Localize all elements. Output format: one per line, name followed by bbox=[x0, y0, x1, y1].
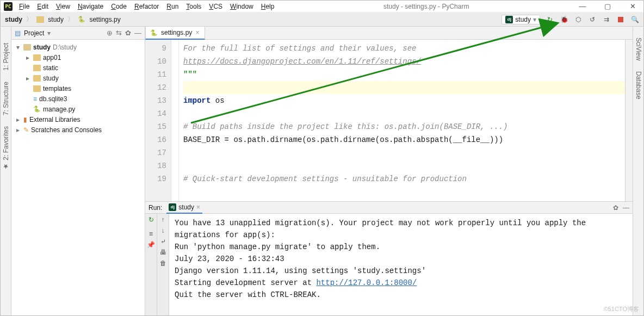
coverage-icon[interactable]: ⬡ bbox=[574, 15, 583, 24]
project-tree[interactable]: ▾ study D:\study▸ app01 static▸ study te… bbox=[11, 40, 145, 315]
tool-project[interactable]: 1: Project bbox=[2, 43, 10, 71]
console-output[interactable]: You have 13 unapplied migration(s). Your… bbox=[169, 214, 633, 315]
menu-edit[interactable]: Edit bbox=[34, 2, 52, 11]
code-line[interactable]: https://docs.djangoproject.com/en/1.11/r… bbox=[183, 55, 625, 68]
maximize-icon[interactable]: ▢ bbox=[600, 2, 615, 10]
line-number-gutter: 910111213141516171819 bbox=[145, 40, 171, 201]
expand-icon[interactable]: ▸ bbox=[24, 75, 31, 82]
code-line[interactable] bbox=[183, 107, 625, 120]
python-file-icon: 🐍 bbox=[33, 106, 41, 113]
expand-icon[interactable]: ▸ bbox=[15, 116, 21, 123]
editor-scrollbar[interactable] bbox=[625, 40, 633, 201]
chevron-down-icon[interactable]: ▾ bbox=[47, 29, 51, 37]
run-panel-header: Run: dj study × ✿ — bbox=[145, 202, 633, 214]
menu-view[interactable]: View bbox=[53, 2, 73, 11]
tool-sciview[interactable]: SciView bbox=[635, 38, 642, 60]
code-line[interactable]: # Build paths inside the project like th… bbox=[183, 120, 625, 133]
tree-label: db.sqlite3 bbox=[39, 95, 67, 103]
breadcrumb[interactable]: 🐍 settings.py bbox=[78, 16, 121, 23]
tool-database[interactable]: Database bbox=[635, 71, 642, 99]
python-file-icon: 🐍 bbox=[78, 16, 85, 23]
breadcrumb[interactable]: study bbox=[5, 16, 22, 23]
project-sidebar: ▤ Project ▾ ⊕ ⇆ ✿ — ▾ study D:\study▸ ap… bbox=[11, 27, 145, 315]
gear-icon[interactable]: ✿ bbox=[125, 29, 131, 37]
toggle-icon[interactable]: ≡ bbox=[149, 230, 153, 238]
menu-vcs[interactable]: VCS bbox=[206, 2, 226, 11]
close-icon[interactable]: ✕ bbox=[625, 2, 640, 10]
code-line[interactable]: For the full list of settings and their … bbox=[183, 42, 625, 55]
tree-label: study bbox=[33, 44, 51, 51]
tree-item[interactable]: ▸▮ External Libraries bbox=[11, 114, 145, 125]
menu-help[interactable]: Help bbox=[258, 2, 278, 11]
pin-icon[interactable]: 📌 bbox=[147, 241, 155, 249]
minimize-icon[interactable]: — bbox=[134, 29, 141, 37]
code-line[interactable]: import os bbox=[183, 94, 625, 107]
tree-item[interactable]: ▸ study bbox=[11, 73, 145, 83]
minimize-icon[interactable]: — bbox=[575, 2, 590, 10]
down-icon[interactable]: ↓ bbox=[162, 227, 165, 234]
server-url-link[interactable]: http://127.0.0.1:8000/ bbox=[316, 278, 417, 287]
django-icon: dj bbox=[169, 203, 176, 211]
split-icon[interactable]: ⇆ bbox=[116, 29, 122, 37]
tree-item[interactable]: ▾ study D:\study bbox=[11, 42, 145, 52]
run-toolbar-1: ↻ ≡ 📌 bbox=[145, 214, 157, 315]
stop-icon[interactable] bbox=[616, 15, 625, 24]
minimize-icon[interactable]: — bbox=[623, 204, 629, 212]
tree-item[interactable]: static bbox=[11, 63, 145, 73]
menu-refactor[interactable]: Refactor bbox=[131, 2, 162, 11]
tree-item[interactable]: templates bbox=[11, 83, 145, 94]
gear-icon[interactable]: ✿ bbox=[613, 204, 618, 212]
left-tool-rail: 1: Project 7: Structure ★ 2: Favorites bbox=[1, 27, 11, 315]
menu-run[interactable]: Run bbox=[163, 2, 182, 11]
window-controls: — ▢ ✕ bbox=[575, 2, 640, 10]
rerun-icon[interactable]: ↻ bbox=[148, 216, 154, 224]
tool-structure[interactable]: 7: Structure bbox=[2, 82, 10, 115]
up-icon[interactable]: ↑ bbox=[162, 216, 165, 224]
attach-icon[interactable]: ⇉ bbox=[602, 15, 611, 24]
close-tab-icon[interactable]: × bbox=[196, 203, 200, 211]
tool-favorites[interactable]: ★ 2: Favorites bbox=[2, 126, 10, 170]
wrap-icon[interactable]: ⤶ bbox=[160, 238, 166, 245]
menu-code[interactable]: Code bbox=[108, 2, 130, 11]
chevron-right-icon: 〉 bbox=[24, 15, 34, 24]
code-line[interactable] bbox=[183, 81, 625, 94]
target-icon[interactable]: ⊕ bbox=[107, 29, 113, 37]
tree-label: Scratches and Consoles bbox=[31, 126, 102, 134]
code-line[interactable]: BASE_DIR = os.path.dirname(os.path.dirna… bbox=[183, 133, 625, 146]
code-area[interactable]: For the full list of settings and their … bbox=[179, 40, 625, 201]
editor[interactable]: 910111213141516171819 For the full list … bbox=[145, 40, 633, 201]
code-line[interactable] bbox=[183, 159, 625, 172]
tree-label: static bbox=[43, 64, 58, 72]
trash-icon[interactable]: 🗑 bbox=[160, 259, 166, 267]
menu-file[interactable]: File bbox=[16, 2, 33, 11]
run-config-selector[interactable]: dj study ▾ bbox=[501, 15, 540, 24]
print-icon[interactable]: 🖶 bbox=[160, 249, 166, 256]
search-icon[interactable]: 🔍 bbox=[630, 15, 639, 24]
run-tab[interactable]: dj study × bbox=[166, 202, 202, 214]
run-icon[interactable]: ↻ bbox=[546, 15, 554, 24]
debug-icon[interactable]: 🐞 bbox=[560, 15, 568, 24]
menu-window[interactable]: Window bbox=[227, 2, 257, 11]
tree-item[interactable]: 🐍 manage.py bbox=[11, 104, 145, 114]
code-line[interactable]: # Quick-start development settings - uns… bbox=[183, 172, 625, 185]
tree-label: manage.py bbox=[43, 106, 75, 113]
menu-navigate[interactable]: Navigate bbox=[75, 2, 107, 11]
expand-icon[interactable]: ▸ bbox=[15, 126, 21, 134]
menu-tools[interactable]: Tools bbox=[183, 2, 205, 11]
expand-icon[interactable]: ▾ bbox=[15, 44, 21, 51]
breadcrumb[interactable]: study bbox=[36, 16, 64, 23]
tree-item[interactable]: ▸✎ Scratches and Consoles bbox=[11, 125, 145, 135]
code-line[interactable]: """ bbox=[183, 68, 625, 81]
project-panel-header: ▤ Project ▾ ⊕ ⇆ ✿ — bbox=[11, 27, 145, 40]
run-body: ↻ ≡ 📌 ↑ ↓ ⤶ 🖶 🗑 You have 13 unapplied mi… bbox=[145, 214, 633, 315]
editor-tab[interactable]: 🐍 settings.py × bbox=[145, 27, 205, 40]
project-panel-title[interactable]: Project bbox=[24, 29, 44, 37]
run-toolbar-2: ↑ ↓ ⤶ 🖶 🗑 bbox=[157, 214, 169, 315]
tree-item[interactable]: ≡ db.sqlite3 bbox=[11, 94, 145, 104]
window-title: study - settings.py - PyCharm bbox=[281, 3, 572, 10]
profile-icon[interactable]: ↺ bbox=[588, 15, 597, 24]
tree-item[interactable]: ▸ app01 bbox=[11, 52, 145, 63]
close-tab-icon[interactable]: × bbox=[195, 29, 199, 36]
expand-icon[interactable]: ▸ bbox=[24, 54, 31, 61]
code-line[interactable] bbox=[183, 146, 625, 159]
